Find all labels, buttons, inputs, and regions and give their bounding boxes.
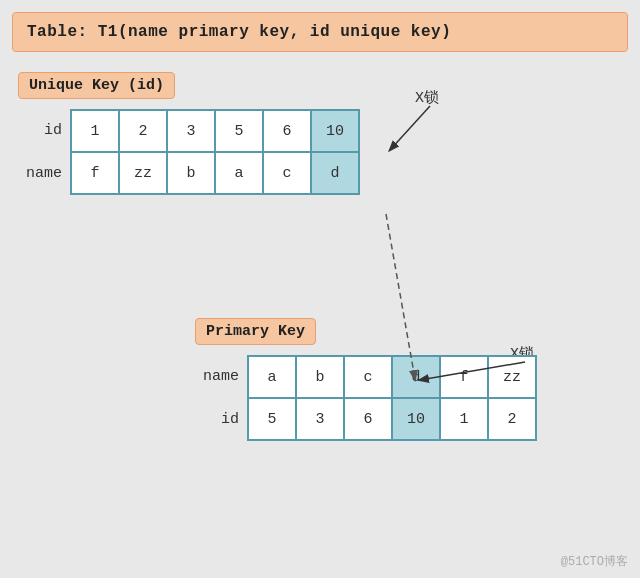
table-cell-highlight: d [392, 356, 440, 398]
unique-key-table: id name 1 2 3 5 6 10 f zz b a c d [18, 109, 418, 195]
table-cell: 5 [248, 398, 296, 440]
primary-key-label: Primary Key [195, 318, 316, 345]
table-cell: 6 [344, 398, 392, 440]
table-cell-highlight: 10 [311, 110, 359, 152]
table-cell: 2 [488, 398, 536, 440]
primary-key-grid: a b c d f zz 5 3 6 10 1 2 [247, 355, 537, 441]
table-cell-highlight: d [311, 152, 359, 194]
primary-key-row-label-id: id [195, 399, 247, 441]
table-cell: 1 [440, 398, 488, 440]
table-cell: c [344, 356, 392, 398]
table-cell-highlight: 10 [392, 398, 440, 440]
table-cell: 1 [71, 110, 119, 152]
table-cell: b [296, 356, 344, 398]
primary-key-row-1: 5 3 6 10 1 2 [248, 398, 536, 440]
unique-key-row-label-id: id [18, 110, 70, 152]
table-cell: b [167, 152, 215, 194]
primary-key-row-labels: name id [195, 355, 247, 441]
primary-key-section: Primary Key name id a b c d f zz 5 3 6 1… [195, 318, 615, 441]
table-cell: a [248, 356, 296, 398]
unique-key-label: Unique Key (id) [18, 72, 175, 99]
unique-key-row-labels: id name [18, 109, 70, 195]
title-box: Table: T1(name primary key, id unique ke… [12, 12, 628, 52]
x-lock-top-label: X锁 [415, 88, 439, 107]
table-cell: 6 [263, 110, 311, 152]
watermark: @51CTO博客 [561, 553, 628, 570]
table-cell: c [263, 152, 311, 194]
table-cell: 2 [119, 110, 167, 152]
primary-key-row-0: a b c d f zz [248, 356, 536, 398]
table-cell: 3 [296, 398, 344, 440]
primary-key-row-label-name: name [195, 356, 247, 398]
table-cell: 5 [215, 110, 263, 152]
unique-key-section: Unique Key (id) id name 1 2 3 5 6 10 f z… [18, 72, 418, 195]
unique-key-row-1: f zz b a c d [71, 152, 359, 194]
unique-key-row-0: 1 2 3 5 6 10 [71, 110, 359, 152]
primary-key-table: name id a b c d f zz 5 3 6 10 1 2 [195, 355, 615, 441]
table-cell: zz [488, 356, 536, 398]
table-cell: f [71, 152, 119, 194]
table-cell: 3 [167, 110, 215, 152]
table-cell: zz [119, 152, 167, 194]
table-cell: f [440, 356, 488, 398]
unique-key-grid: 1 2 3 5 6 10 f zz b a c d [70, 109, 360, 195]
unique-key-row-label-name: name [18, 153, 70, 195]
table-cell: a [215, 152, 263, 194]
